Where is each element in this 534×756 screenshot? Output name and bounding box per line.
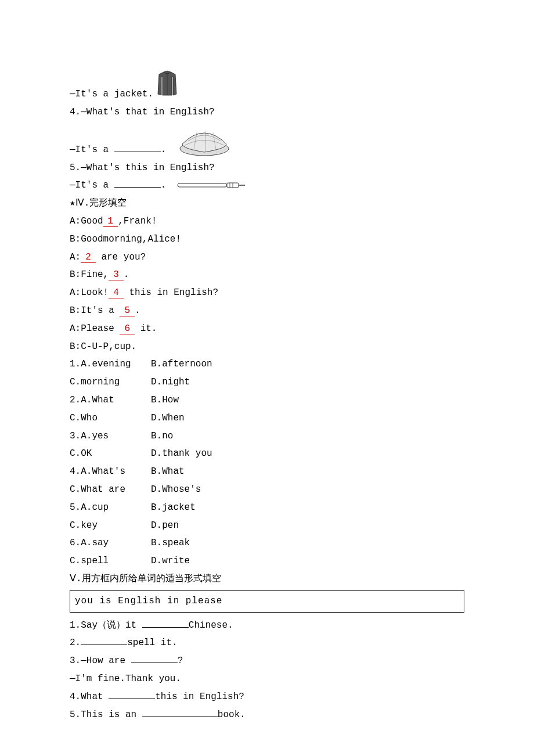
svg-rect-5 — [178, 183, 227, 187]
q4-prompt: 4.—What's that in English? — [70, 104, 464, 121]
opt-2d[interactable]: D.When — [151, 410, 185, 427]
opt-2b[interactable]: B.How — [151, 392, 179, 409]
fill-q2-blank[interactable] — [81, 645, 127, 645]
cloze-line-8: B:C-U-P,cup. — [70, 339, 464, 355]
fill-q4: 4.What this in English? — [70, 689, 464, 705]
q5-answer-suffix: . — [161, 180, 167, 190]
fill-q1: 1.Say（说）it Chinese. — [70, 617, 464, 634]
cloze-line-4: B:Fine,3. — [70, 267, 464, 283]
opt-4c[interactable]: C.What are — [70, 481, 151, 498]
cloze-l5a: A:Look! — [70, 287, 109, 298]
cloze-l1a: A:Good — [70, 216, 103, 226]
fill-q3: 3.—How are ? — [70, 653, 464, 669]
q5-blank[interactable] — [114, 187, 161, 188]
fill-q4a: 4.What — [70, 692, 109, 702]
cloze-blank-4[interactable]: 4 — [109, 287, 124, 298]
opt-3a[interactable]: 3.A.yes — [70, 428, 151, 445]
cloze-blank-5[interactable]: 5 — [120, 305, 135, 316]
opt-6d[interactable]: D.write — [151, 553, 190, 570]
section-4-title: ★Ⅳ.完形填空 — [70, 195, 464, 212]
cloze-l7a: A:Please — [70, 323, 120, 334]
opt-1b[interactable]: B.afternoon — [151, 356, 212, 373]
fill-q3-blank[interactable] — [131, 663, 178, 663]
fill-q1a: 1.Say（说）it — [70, 620, 142, 631]
opt-3c[interactable]: C.OK — [70, 445, 151, 462]
pen-icon — [172, 177, 246, 194]
opt-2c[interactable]: C.Who — [70, 410, 151, 427]
cloze-blank-6[interactable]: 6 — [120, 323, 135, 334]
cloze-blank-1[interactable]: 1 — [103, 216, 118, 227]
fill-q1b: Chinese. — [189, 620, 233, 631]
fill-q3a: 3.—How are — [70, 656, 131, 666]
fill-q2: 2.spell it. — [70, 635, 464, 651]
fill-q5b: book. — [218, 710, 246, 720]
opt-3b[interactable]: B.no — [151, 428, 173, 445]
cloze-l6b: . — [135, 305, 140, 316]
opt-4b[interactable]: B.What — [151, 463, 185, 480]
opt-4d[interactable]: D.Whose's — [151, 481, 201, 498]
cloze-l7b: it. — [135, 323, 157, 334]
cloze-l4a: B:Fine, — [70, 269, 109, 280]
cloze-line-2: B:Goodmorning,Alice! — [70, 231, 464, 248]
fill-q4-blank[interactable] — [109, 699, 155, 699]
opt-6b[interactable]: B.speak — [151, 535, 190, 552]
fill-q5-blank[interactable] — [142, 717, 218, 717]
fill-q5: 5.This is an book. — [70, 707, 464, 723]
fill-q3b: ? — [178, 656, 183, 666]
opt-4a[interactable]: 4.A.What's — [70, 463, 151, 480]
cloze-l3b: are you? — [96, 252, 146, 262]
q5-prompt: 5.—What's this in English? — [70, 160, 464, 177]
word-box: you is English in please — [70, 590, 464, 613]
fill-q4b: this in English? — [155, 692, 244, 702]
fill-q2b: spell it. — [127, 638, 177, 648]
q3-answer: —It's a jacket. — [70, 70, 464, 103]
cloze-l3a: A: — [70, 252, 81, 262]
opt-1a[interactable]: 1.A.evening — [70, 356, 151, 373]
opt-3d[interactable]: D.thank you — [151, 445, 212, 462]
q4-answer-prefix: —It's a — [70, 145, 114, 155]
q3-answer-text: —It's a jacket. — [70, 86, 153, 103]
cloze-l4b: . — [124, 269, 129, 280]
cloze-line-1: A:Good1,Frank! — [70, 213, 464, 230]
opt-5c[interactable]: C.key — [70, 517, 151, 534]
cloze-options-block: 1.A.eveningB.afternoon C.morningD.night … — [70, 356, 464, 570]
opt-6a[interactable]: 6.A.say — [70, 535, 151, 552]
opt-5b[interactable]: B.jacket — [151, 499, 196, 516]
cloze-line-3: A:2 are you? — [70, 249, 464, 266]
q5-answer: —It's a . — [70, 177, 464, 194]
q4-blank[interactable] — [114, 152, 161, 152]
opt-1d[interactable]: D.night — [151, 374, 190, 391]
q5-answer-prefix: —It's a — [70, 180, 114, 190]
fill-q5a: 5.This is an — [70, 710, 142, 720]
fill-q1-blank[interactable] — [142, 627, 189, 628]
fill-q3-ans: —I'm fine.Thank you. — [70, 671, 464, 687]
opt-5a[interactable]: 5.A.cup — [70, 499, 151, 516]
opt-2a[interactable]: 2.A.What — [70, 392, 151, 409]
cloze-blank-2[interactable]: 2 — [81, 252, 96, 263]
cloze-line-5: A:Look!4 this in English? — [70, 285, 464, 301]
q4-answer-suffix: . — [161, 145, 167, 155]
fill-q2a: 2. — [70, 638, 81, 648]
cloze-l5b: this in English? — [124, 287, 218, 298]
q4-answer: —It's a . — [70, 127, 464, 159]
opt-1c[interactable]: C.morning — [70, 374, 151, 391]
quilt-icon — [172, 127, 232, 159]
opt-6c[interactable]: C.spell — [70, 553, 151, 570]
section-5-title: Ⅴ.用方框内所给单词的适当形式填空 — [70, 571, 464, 588]
opt-5d[interactable]: D.pen — [151, 517, 179, 534]
cloze-line-7: A:Please 6 it. — [70, 321, 464, 337]
cloze-line-6: B:It's a 5. — [70, 303, 464, 319]
cloze-blank-3[interactable]: 3 — [109, 269, 124, 280]
jacket-icon — [153, 70, 179, 103]
cloze-l6a: B:It's a — [70, 305, 120, 316]
cloze-l1b: ,Frank! — [118, 216, 157, 226]
